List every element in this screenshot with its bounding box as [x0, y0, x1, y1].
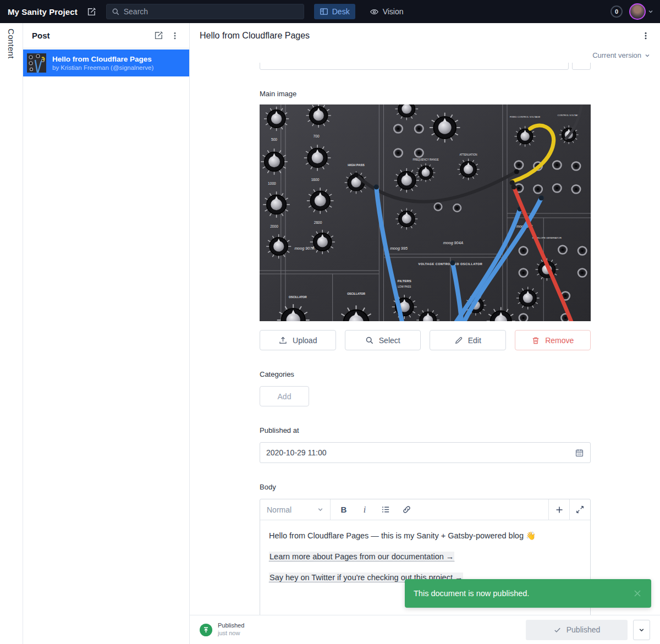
toast-message: This document is now published. — [414, 589, 632, 598]
notifications-badge[interactable]: 0 — [610, 5, 623, 18]
list-menu-kebab-icon[interactable] — [168, 29, 182, 42]
document-item-subtitle: by Kristian Freeman (@signalnerve) — [52, 64, 153, 71]
body-toolbar: Normal B i — [260, 499, 590, 520]
italic-button[interactable]: i — [355, 502, 375, 518]
synth-label-1000: 1000 — [268, 181, 276, 185]
document-item-meta: Hello from Cloudflare Pages by Kristian … — [52, 55, 153, 71]
published-status-time: just now — [218, 630, 244, 637]
select-label: Select — [379, 336, 400, 345]
fullscreen-button[interactable] — [569, 499, 590, 520]
add-category-button[interactable]: Add — [260, 386, 309, 406]
document-list-pane: Post Hello from Cloudflare Pages by Kris… — [23, 23, 190, 644]
editor-document-title: Hello from Cloudflare Pages — [200, 31, 639, 41]
create-post-button[interactable] — [152, 29, 165, 42]
synth-label-moog907a: moog 907A — [294, 246, 315, 251]
remove-button[interactable]: Remove — [515, 330, 591, 350]
tab-desk[interactable]: Desk — [314, 4, 355, 19]
document-thumbnail — [27, 53, 46, 73]
tab-desk-label: Desk — [332, 7, 350, 16]
main-image-preview[interactable]: 500 700 1000 1600 2000 2600 HIGH PASS — [260, 104, 591, 321]
synth-label-2000: 2000 — [270, 224, 278, 228]
image-actions: Upload Select Edit — [260, 330, 591, 350]
eye-icon — [370, 7, 379, 16]
editor-scroll-area[interactable]: Main image — [190, 63, 660, 615]
new-document-button[interactable] — [86, 6, 97, 17]
document-item-title: Hello from Cloudflare Pages — [52, 55, 153, 63]
upload-icon — [278, 335, 288, 345]
trash-icon — [531, 336, 540, 345]
publish-menu-chevron[interactable] — [633, 620, 650, 640]
editor-header: Hello from Cloudflare Pages — [190, 23, 660, 48]
close-icon[interactable] — [632, 588, 642, 598]
publish-button-label: Published — [566, 625, 601, 634]
list-pane-header: Post — [23, 23, 189, 48]
published-status-title: Published — [218, 622, 244, 630]
bold-button[interactable]: B — [334, 502, 354, 518]
chevron-down-icon — [317, 507, 323, 513]
chevron-down-icon — [645, 53, 650, 58]
remove-label: Remove — [545, 336, 574, 345]
editor-menu-kebab-icon[interactable] — [639, 29, 652, 42]
format-buttons: B i — [331, 499, 548, 520]
published-status-icon — [200, 624, 212, 636]
edit-button[interactable]: Edit — [430, 330, 506, 350]
main-image-label: Main image — [260, 90, 591, 98]
link-button[interactable] — [397, 502, 416, 518]
tab-vision[interactable]: Vision — [364, 4, 409, 19]
search-icon — [112, 8, 120, 16]
categories-label: Categories — [260, 370, 591, 378]
synth-label-lowpass: LOW PASS — [398, 285, 411, 288]
published-at-field — [260, 442, 591, 463]
app-body: Content Post Hello from Cloudflare Pages — [0, 23, 660, 644]
synth-label-700: 700 — [314, 134, 320, 138]
synth-label-osc2: OSCILLATOR — [347, 292, 365, 295]
search-input[interactable] — [124, 7, 299, 16]
synth-label-osc1: OSCILLATOR — [289, 295, 307, 299]
published-at-input[interactable] — [266, 448, 575, 457]
content-rail: Content — [0, 23, 23, 644]
document-editor-pane: Hello from Cloudflare Pages Current vers… — [190, 23, 660, 644]
project-title[interactable]: My Sanity Project — [8, 7, 78, 16]
edit-label: Edit — [468, 336, 481, 345]
publish-button[interactable]: Published — [526, 620, 628, 640]
select-button[interactable]: Select — [345, 330, 421, 350]
synth-label-500: 500 — [271, 137, 277, 141]
slug-generate-button-partial[interactable] — [572, 63, 591, 70]
document-form: Main image — [260, 63, 591, 615]
list-pane-title: Post — [32, 31, 152, 40]
synth-label-freqrange: FREQUENCY RANGE — [413, 158, 438, 161]
toolbar-right — [548, 499, 590, 520]
synth-label-2600: 2600 — [314, 221, 322, 224]
document-list-item-selected[interactable]: Hello from Cloudflare Pages by Kristian … — [23, 49, 189, 76]
bullet-list-button[interactable] — [376, 502, 395, 518]
synth-label-fixedcv: FIXED CONTROL VOLTAGE — [510, 115, 540, 118]
synth-label-filters: FILTERS — [398, 279, 411, 283]
synth-label-attenuation: ATTENUATION — [459, 153, 477, 156]
text-style-select[interactable]: Normal — [260, 499, 331, 520]
synth-label-1600: 1600 — [311, 178, 320, 181]
body-label: Body — [260, 483, 591, 491]
text-style-value: Normal — [267, 505, 292, 514]
avatar[interactable] — [629, 3, 646, 20]
calendar-icon[interactable] — [575, 448, 584, 458]
publish-toast: This document is now published. — [405, 579, 651, 608]
upload-button[interactable]: Upload — [260, 330, 336, 350]
sanity-studio: My Sanity Project Desk Vision 0 — [0, 0, 660, 644]
version-selector[interactable]: Current version — [190, 48, 660, 63]
published-at-label: Published at — [260, 426, 591, 434]
synth-label-moog995: moog 995 — [390, 246, 408, 251]
version-label: Current version — [592, 51, 641, 59]
published-status: Published just now — [218, 622, 244, 637]
check-icon — [553, 626, 562, 634]
insert-block-button[interactable] — [548, 499, 569, 520]
body-link-docs[interactable]: Learn more about Pages from our document… — [269, 552, 454, 562]
compose-icon — [86, 7, 97, 17]
editor-footer: Published just now Published — [190, 615, 660, 644]
desk-icon — [320, 7, 328, 16]
user-menu-chevron-icon[interactable] — [648, 9, 653, 14]
pencil-icon — [454, 336, 463, 345]
slug-input-partial[interactable] — [260, 63, 569, 70]
global-search[interactable] — [106, 4, 304, 19]
synth-label-cv: CONTROL VOLTAGE — [557, 114, 580, 117]
content-rail-tab[interactable]: Content — [7, 29, 16, 644]
